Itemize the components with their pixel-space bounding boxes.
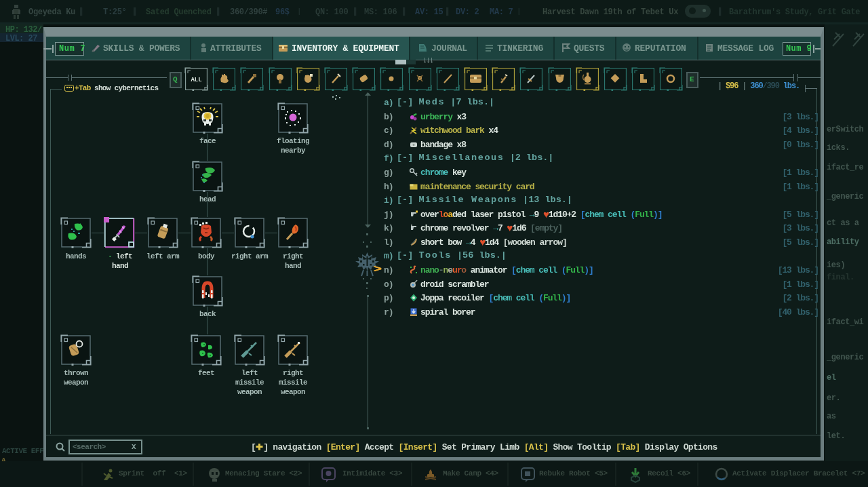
svg-text:ALL: ALL [191,77,201,83]
